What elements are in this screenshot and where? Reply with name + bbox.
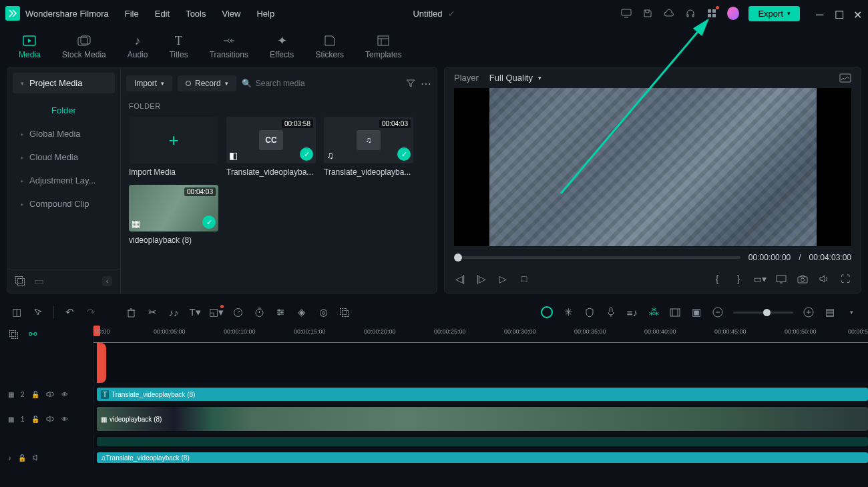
menu-edit[interactable]: Edit bbox=[155, 9, 170, 19]
select-all-icon[interactable]: ◫ bbox=[11, 306, 23, 318]
audio-clip[interactable] bbox=[97, 437, 868, 446]
link-icon[interactable]: ⚯ bbox=[27, 328, 39, 340]
zoom-out-icon[interactable] bbox=[712, 306, 724, 318]
minimize-button[interactable]: ─ bbox=[816, 9, 825, 18]
audio-clip-2[interactable]: ♫ Translate_videoplayback (8) bbox=[97, 452, 868, 463]
play-icon[interactable]: ▷ bbox=[497, 273, 509, 285]
render-icon[interactable] bbox=[669, 306, 681, 318]
next-frame-icon[interactable]: |▷ bbox=[475, 273, 487, 285]
mute-icon[interactable] bbox=[46, 415, 55, 423]
mic-icon[interactable] bbox=[605, 306, 617, 318]
folder-tab[interactable]: Folder bbox=[7, 99, 120, 122]
sidebar-global-media[interactable]: Global Media bbox=[7, 122, 120, 145]
quality-dropdown[interactable]: Full Quality▾ bbox=[489, 73, 541, 83]
sidebar-compound-clip[interactable]: Compound Clip bbox=[7, 192, 120, 215]
volume-icon[interactable] bbox=[818, 273, 830, 285]
mix-icon[interactable]: ≡♪ bbox=[626, 306, 638, 318]
media-thumb-video[interactable]: 00:04:03✓▦ videoplayback (8) bbox=[129, 185, 218, 245]
add-track-icon[interactable]: ⿻ bbox=[8, 328, 20, 340]
more-icon[interactable]: ⋯ bbox=[421, 77, 431, 90]
mark-out-icon[interactable]: } bbox=[732, 273, 744, 285]
lock-icon[interactable]: 🔓 bbox=[31, 391, 39, 398]
sparkle-icon[interactable]: ✳ bbox=[562, 306, 574, 318]
pointer-icon[interactable] bbox=[32, 306, 44, 318]
menu-view[interactable]: View bbox=[222, 9, 240, 19]
tab-titles[interactable]: TTitles bbox=[158, 30, 198, 63]
keyframe-icon[interactable]: ◈ bbox=[296, 306, 308, 318]
delete-icon[interactable] bbox=[125, 306, 137, 318]
filter-icon[interactable] bbox=[406, 79, 415, 88]
duration-icon[interactable] bbox=[253, 306, 265, 318]
snapshot-icon[interactable] bbox=[839, 73, 851, 83]
tab-templates[interactable]: Templates bbox=[355, 30, 413, 63]
media-thumb-cc[interactable]: 00:03:58CC✓◧ Translate_videoplayba... bbox=[226, 117, 316, 177]
audio-detach-icon[interactable]: ♪♪ bbox=[168, 306, 180, 318]
split-icon[interactable]: ✂ bbox=[146, 306, 158, 318]
menu-help[interactable]: Help bbox=[256, 9, 274, 19]
subtitle-clip[interactable]: TTranslate_videoplayback (8) bbox=[97, 388, 868, 401]
record-button[interactable]: Record▾ bbox=[178, 75, 236, 91]
tab-transitions[interactable]: Transitions bbox=[199, 30, 259, 63]
maximize-button[interactable]: ☐ bbox=[835, 9, 844, 18]
monitor-icon[interactable] bbox=[620, 7, 632, 19]
menu-tools[interactable]: Tools bbox=[186, 9, 206, 19]
tab-effects[interactable]: ✦Effects bbox=[259, 30, 304, 63]
tab-audio[interactable]: ♪Audio bbox=[117, 30, 159, 63]
lock-icon[interactable]: 🔓 bbox=[18, 454, 26, 462]
prev-frame-icon[interactable]: ◁| bbox=[454, 273, 466, 285]
avatar-icon[interactable] bbox=[727, 7, 739, 19]
save-icon[interactable] bbox=[642, 7, 654, 19]
sidebar-cloud-media[interactable]: Cloud Media bbox=[7, 145, 120, 169]
zoom-slider[interactable] bbox=[733, 312, 793, 314]
lock-icon[interactable]: 🔓 bbox=[31, 416, 39, 423]
playhead-marker-icon[interactable] bbox=[97, 343, 106, 383]
scrubber-handle[interactable] bbox=[454, 254, 462, 262]
safe-zone-icon[interactable]: ▣ bbox=[690, 306, 702, 318]
color-icon[interactable]: ◎ bbox=[317, 306, 329, 318]
menu-file[interactable]: File bbox=[125, 9, 139, 19]
mute-icon[interactable] bbox=[33, 454, 41, 462]
new-folder-icon[interactable]: ⿻ bbox=[15, 276, 26, 288]
redo-icon[interactable]: ↷ bbox=[85, 306, 97, 318]
mark-in-icon[interactable]: { bbox=[711, 273, 723, 285]
headphones-icon[interactable] bbox=[684, 7, 696, 19]
fullscreen-icon[interactable]: ⛶ bbox=[839, 273, 851, 285]
undo-icon[interactable]: ↶ bbox=[63, 306, 75, 318]
video-clip[interactable]: ▦videoplayback (8) bbox=[97, 407, 868, 431]
search-icon[interactable]: 🔍 bbox=[242, 79, 252, 88]
export-button[interactable]: Export ▾ bbox=[748, 6, 800, 21]
camera-icon[interactable] bbox=[797, 273, 809, 285]
video-preview[interactable] bbox=[454, 88, 851, 246]
copy-icon[interactable]: ⿻ bbox=[339, 306, 351, 318]
cloud-icon[interactable] bbox=[663, 7, 675, 19]
ratio-icon[interactable]: ▭▾ bbox=[754, 273, 766, 285]
tab-stickers[interactable]: Stickers bbox=[304, 30, 355, 63]
zoom-handle[interactable] bbox=[763, 309, 771, 316]
sidebar-adjustment-layer[interactable]: Adjustment Lay... bbox=[7, 169, 120, 192]
marker-icon[interactable]: ⁂ bbox=[648, 306, 660, 318]
search-input[interactable] bbox=[256, 79, 336, 88]
ai-circle-icon[interactable] bbox=[541, 306, 553, 318]
import-media-thumb[interactable]: + Import Media bbox=[129, 117, 218, 177]
view-options-icon[interactable]: ▾ bbox=[845, 306, 857, 318]
tab-media[interactable]: Media bbox=[8, 30, 51, 63]
scrubber[interactable] bbox=[454, 256, 740, 259]
stop-icon[interactable]: □ bbox=[518, 273, 530, 285]
tab-stock-media[interactable]: Stock Media bbox=[51, 30, 117, 63]
project-media-header[interactable]: ▾Project Media bbox=[13, 73, 115, 93]
import-button[interactable]: Import▾ bbox=[126, 75, 172, 91]
shield-icon[interactable] bbox=[584, 306, 596, 318]
text-icon[interactable]: T▾ bbox=[189, 306, 201, 318]
mute-icon[interactable] bbox=[46, 390, 55, 398]
crop-icon[interactable]: ◱▾ bbox=[210, 306, 222, 318]
collapse-sidebar-button[interactable]: ‹ bbox=[102, 276, 112, 286]
time-ruler[interactable]: 00:00 00:00:05:00 00:00:10:00 00:00:15:0… bbox=[93, 326, 868, 343]
bin-icon[interactable]: ▭ bbox=[34, 275, 44, 288]
close-button[interactable]: ✕ bbox=[853, 9, 863, 18]
adjust-icon[interactable] bbox=[274, 306, 286, 318]
zoom-in-icon[interactable] bbox=[803, 306, 815, 318]
speed-icon[interactable] bbox=[232, 306, 244, 318]
view-list-icon[interactable]: ▤ bbox=[824, 306, 836, 318]
visibility-icon[interactable]: 👁 bbox=[61, 391, 68, 398]
apps-icon[interactable] bbox=[706, 7, 718, 19]
